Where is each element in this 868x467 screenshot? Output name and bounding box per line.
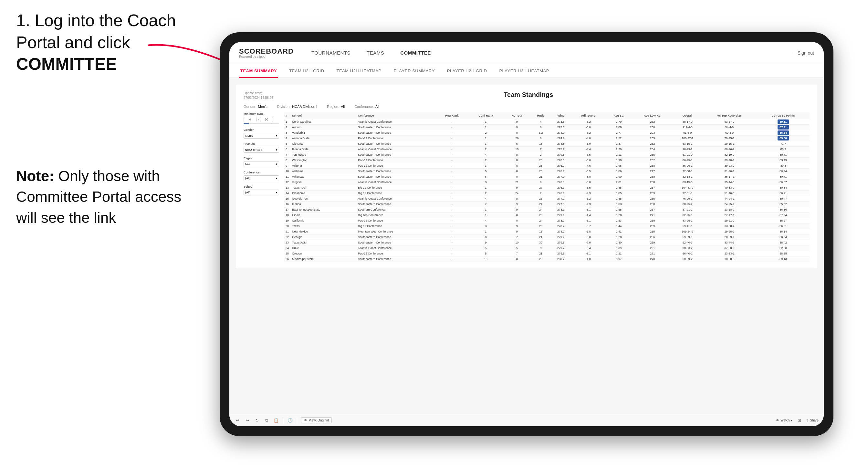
cell-wins: 278.7	[551, 229, 571, 235]
cell-overall: 117-4-0	[673, 125, 702, 130]
cell-conference: Big 12 Conference	[356, 223, 436, 229]
redo-icon[interactable]: ↪	[244, 417, 250, 424]
filter-range: -	[244, 117, 279, 122]
undo-icon[interactable]: ↩	[235, 417, 240, 424]
cell-wins: 276.3	[551, 158, 571, 163]
cell-vs-top-record: 29-25-2	[702, 229, 757, 235]
cell-vs-top-points: 86.54	[757, 130, 809, 136]
sub-nav-team-h2h-heatmap[interactable]: TEAM H2H HEATMAP	[335, 64, 382, 77]
cell-avg-sg: 1.39	[606, 245, 632, 251]
share-label: Share	[810, 418, 818, 422]
cell-adj-score: -3.5	[571, 168, 606, 174]
min-rounds-to[interactable]	[260, 117, 273, 122]
watch-button[interactable]: 👁 Watch ▾	[776, 418, 793, 422]
cell-school: Arkansas	[291, 174, 356, 180]
cell-reg-rank: -	[436, 218, 468, 223]
conference-select[interactable]: (All) ▾	[244, 175, 279, 181]
clock-icon[interactable]: 🕐	[287, 417, 293, 424]
card-title: Team Standings	[273, 91, 784, 98]
toolbar-bottom: ↩ ↪ ↻ ⧉ 📋 🕐 👁 View: Original 👁 Watch ▾ ⊡…	[229, 414, 824, 426]
min-rounds-from[interactable]	[244, 117, 256, 122]
division-select[interactable]: NCAA Division I ▾	[244, 147, 279, 153]
cell-vs-top-record: 29-21-0	[702, 218, 757, 223]
cell-conf-rank: 3	[468, 180, 503, 185]
nav-teams[interactable]: TEAMS	[365, 50, 386, 56]
update-time: Update time: 27/03/2024 16:56:26	[244, 91, 273, 100]
cell-avg-sg: 1.41	[606, 229, 632, 235]
cell-school: Georgia Tech	[291, 196, 356, 201]
cell-avg-low: 267	[632, 185, 673, 191]
cell-reg-rank: -	[436, 185, 468, 191]
cell-wins: 279.2	[551, 235, 571, 240]
cell-rnds: 21	[531, 174, 551, 180]
view-original-button[interactable]: 👁 View: Original	[301, 417, 332, 424]
cell-school: Texas Tech	[291, 185, 356, 191]
cell-wins: 273.5	[551, 119, 571, 125]
filter-group-conference-left: Conference (All) ▾	[244, 171, 279, 181]
cell-avg-low: 267	[632, 207, 673, 213]
cell-avg-sg: 0.97	[606, 256, 632, 262]
school-select[interactable]: (All) ▾	[244, 190, 279, 195]
region-left-label: Region	[244, 157, 279, 160]
cell-rnds: 26	[531, 196, 551, 201]
paste-icon[interactable]: 📋	[273, 417, 279, 424]
cell-reg-rank: -	[436, 240, 468, 245]
table-row: 3 Vanderbilt Southeastern Conference - 2…	[284, 130, 809, 136]
cell-no-tour: 8	[503, 196, 531, 201]
gender-select[interactable]: Men's ▾	[244, 133, 279, 138]
cell-school: Florida State	[291, 147, 356, 152]
sub-nav-player-h2h-heatmap[interactable]: PLAYER H2H HEATMAP	[498, 64, 550, 77]
cell-school: Alabama	[291, 168, 356, 174]
region-label: Region:	[327, 105, 339, 108]
sub-nav-team-h2h-grid[interactable]: TEAM H2H GRID	[288, 64, 325, 77]
cell-adj-score: -6.0	[571, 158, 606, 163]
cell-no-tour: 26	[503, 136, 531, 141]
cell-conference: Southeastern Conference	[356, 235, 436, 240]
share-button[interactable]: ⇧ Share	[806, 418, 818, 422]
cell-adj-score: -3.5	[571, 185, 606, 191]
conference-value: All	[375, 105, 379, 108]
table-row: 12 Virginia Atlantic Coast Conference - …	[284, 180, 809, 185]
cell-rnds: 2	[531, 152, 551, 158]
cell-vs-top-record: 20-39-1	[702, 235, 757, 240]
slider-track[interactable]	[244, 123, 279, 124]
table-row: 1 North Carolina Atlantic Coast Conferen…	[284, 119, 809, 125]
filter-group-school-left: School (All) ▾	[244, 185, 279, 195]
cell-avg-sg: 1.28	[606, 235, 632, 240]
cell-rank: 16	[284, 201, 291, 207]
cell-rank: 24	[284, 245, 291, 251]
sub-nav-player-h2h-grid[interactable]: PLAYER H2H GRID	[446, 64, 489, 77]
cell-avg-sg: 2.20	[606, 147, 632, 152]
region-select[interactable]: N/A ▾	[244, 161, 279, 167]
nav-tournaments[interactable]: TOURNAMENTS	[310, 50, 352, 56]
cell-conference: Pac-12 Conference	[356, 136, 436, 141]
cell-vs-top-points: 86.91	[757, 223, 809, 229]
sub-nav-team-summary[interactable]: TEAM SUMMARY	[239, 64, 278, 78]
cell-overall: 86-25-1	[673, 158, 702, 163]
cell-vs-top-record: 10-30-0	[702, 256, 757, 262]
sign-out-link[interactable]: Sign out	[791, 51, 814, 56]
cell-avg-sg: 1.53	[606, 218, 632, 223]
cell-avg-low: 268	[632, 174, 673, 180]
cell-conference: Atlantic Coast Conference	[356, 245, 436, 251]
school-left-label: School	[244, 185, 279, 188]
nav-committee[interactable]: COMMITTEE	[399, 50, 433, 56]
division-label: Division:	[277, 105, 291, 108]
cell-vs-top-points: 80.3	[757, 163, 809, 168]
sub-nav-player-summary[interactable]: PLAYER SUMMARY	[393, 64, 436, 77]
cell-rank: 15	[284, 196, 291, 201]
cell-school: California	[291, 218, 356, 223]
expand-icon[interactable]: ⊡	[796, 417, 802, 424]
cell-conf-rank: 10	[468, 256, 503, 262]
cell-avg-low: 217	[632, 168, 673, 174]
cell-vs-top-record: 40-33-2	[702, 185, 757, 191]
chevron-down-icon: ▾	[276, 191, 278, 194]
cell-conf-rank: 5	[468, 168, 503, 174]
cell-conference: Southeastern Conference	[356, 174, 436, 180]
cell-reg-rank: -	[436, 136, 468, 141]
refresh-icon[interactable]: ↻	[254, 417, 260, 424]
cell-overall: 82-25-1	[673, 213, 702, 218]
copy-icon[interactable]: ⧉	[264, 417, 270, 424]
cell-conf-rank: 1	[468, 119, 503, 125]
region-value: All	[341, 105, 345, 108]
